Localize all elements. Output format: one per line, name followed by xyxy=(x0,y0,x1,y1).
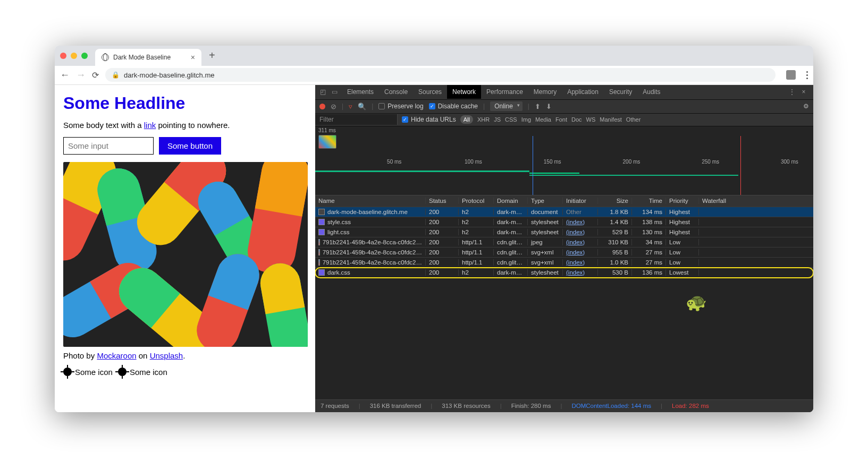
network-row[interactable]: 791b2241-459b-4a2e-8cca-c0fdc2…200http/1… xyxy=(315,248,813,258)
status-resources: 313 KB resources xyxy=(442,403,490,409)
browser-tab[interactable]: Dark Mode Baseline × xyxy=(95,49,201,66)
minimize-window-icon[interactable] xyxy=(71,53,77,59)
chrome-menu-icon[interactable] xyxy=(806,71,808,79)
filter-type-media[interactable]: Media xyxy=(535,116,551,123)
turtle-icon: 🐢 xyxy=(686,292,707,312)
file-type-icon xyxy=(318,229,325,235)
devtools-tab-audits[interactable]: Audits xyxy=(637,85,665,99)
network-toolbar: ⊘ | ▿ 🔍 | Preserve log ✓Disable cache | … xyxy=(315,100,813,114)
back-button[interactable]: ← xyxy=(60,70,70,81)
forward-button[interactable]: → xyxy=(76,70,86,81)
filter-type-manifest[interactable]: Manifest xyxy=(600,116,622,123)
network-timeline[interactable]: 311 ms 50 ms100 ms150 ms200 ms250 ms300 … xyxy=(315,126,813,195)
new-tab-button[interactable]: + xyxy=(209,49,215,62)
network-table-header[interactable]: Name Status Protocol Domain Type Initiat… xyxy=(315,195,813,207)
globe-icon xyxy=(102,54,109,61)
devtools-tab-performance[interactable]: Performance xyxy=(481,85,528,99)
filter-type-js[interactable]: JS xyxy=(494,116,501,123)
tab-title: Dark Mode Baseline xyxy=(113,54,187,61)
devtools-tab-application[interactable]: Application xyxy=(562,85,604,99)
devtools-tab-network[interactable]: Network xyxy=(447,85,481,99)
file-type-icon xyxy=(318,249,320,255)
reload-button[interactable]: ⟳ xyxy=(92,70,99,80)
status-requests: 7 requests xyxy=(321,403,349,409)
inspect-icon[interactable]: ◰ xyxy=(318,88,327,96)
window-controls xyxy=(60,53,88,59)
filter-type-ws[interactable]: WS xyxy=(586,116,596,123)
status-load: Load: 282 ms xyxy=(672,403,709,409)
file-type-icon xyxy=(318,209,325,215)
bulb-icon xyxy=(118,368,127,376)
chrome-tab-strip: Dark Mode Baseline × + xyxy=(55,46,813,66)
filter-type-font[interactable]: Font xyxy=(555,116,567,123)
filter-input[interactable]: Filter xyxy=(315,114,398,125)
devtools-menu-icon[interactable]: ⋮ xyxy=(788,88,796,96)
page-body: Some body text with a link pointing to n… xyxy=(63,121,307,130)
file-type-icon xyxy=(318,269,325,276)
filter-type-doc[interactable]: Doc xyxy=(571,116,582,123)
filmstrip-thumb xyxy=(318,135,336,149)
browser-window: Dark Mode Baseline × + ← → ⟳ 🔒 dark-mode… xyxy=(55,46,813,412)
devtools-panel: ◰ ▭ ElementsConsoleSourcesNetworkPerform… xyxy=(315,85,813,412)
devtools-tab-elements[interactable]: Elements xyxy=(342,85,379,99)
address-bar[interactable]: 🔒 dark-mode-baseline.glitch.me xyxy=(105,68,776,82)
network-row[interactable]: dark-mode-baseline.glitch.me200h2dark-mo… xyxy=(315,207,813,217)
hide-data-urls-checkbox[interactable]: ✓Hide data URLs xyxy=(402,116,456,123)
lock-icon: 🔒 xyxy=(112,71,120,79)
devtools-tab-console[interactable]: Console xyxy=(379,85,413,99)
timeline-total: 311 ms xyxy=(318,127,336,133)
disable-cache-checkbox[interactable]: ✓Disable cache xyxy=(429,103,478,110)
site-link[interactable]: Unsplash xyxy=(150,351,183,360)
close-tab-icon[interactable]: × xyxy=(191,53,195,62)
file-type-icon xyxy=(318,259,320,266)
image-caption: Photo by Mockaroon on Unsplash. xyxy=(63,351,307,360)
demo-button[interactable]: Some button xyxy=(159,137,221,155)
bulb-icon xyxy=(63,368,72,376)
settings-gear-icon[interactable]: ⚙ xyxy=(803,103,809,110)
page-headline: Some Headline xyxy=(63,93,307,113)
network-filter-bar: Filter ✓Hide data URLs AllXHRJSCSSImgMed… xyxy=(315,114,813,126)
devtools-tab-strip: ◰ ▭ ElementsConsoleSourcesNetworkPerform… xyxy=(315,85,813,100)
upload-icon[interactable]: ⬆ xyxy=(535,103,541,110)
download-icon[interactable]: ⬇ xyxy=(546,103,552,110)
icons-row: Some icon Some icon xyxy=(63,368,307,377)
network-row[interactable]: light.css200h2dark-mo…stylesheet(index)5… xyxy=(315,227,813,237)
network-row[interactable]: dark.css200h2dark-mo…stylesheet(index)53… xyxy=(315,268,813,278)
clear-icon[interactable]: ⊘ xyxy=(331,103,336,110)
filter-type-img[interactable]: Img xyxy=(521,116,531,123)
filter-type-other[interactable]: Other xyxy=(626,116,641,123)
devtools-tab-sources[interactable]: Sources xyxy=(413,85,447,99)
status-dcl: DOMContentLoaded: 144 ms xyxy=(571,403,651,409)
devtools-close-icon[interactable]: × xyxy=(799,88,808,96)
status-transferred: 316 KB transferred xyxy=(370,403,422,409)
throttle-select[interactable]: Online xyxy=(490,101,523,111)
maximize-window-icon[interactable] xyxy=(81,53,88,59)
file-type-icon xyxy=(318,239,320,245)
address-bar-row: ← → ⟳ 🔒 dark-mode-baseline.glitch.me xyxy=(55,66,813,85)
device-toggle-icon[interactable]: ▭ xyxy=(330,88,339,96)
filter-type-all[interactable]: All xyxy=(460,115,473,124)
devtools-tab-memory[interactable]: Memory xyxy=(528,85,562,99)
hero-image xyxy=(63,162,308,347)
network-row[interactable]: 791b2241-459b-4a2e-8cca-c0fdc2…200http/1… xyxy=(315,237,813,248)
dcl-marker xyxy=(533,136,533,195)
preserve-log-checkbox[interactable]: Preserve log xyxy=(378,103,423,110)
filter-type-xhr[interactable]: XHR xyxy=(477,116,490,123)
load-marker xyxy=(740,136,741,195)
demo-input[interactable] xyxy=(63,137,154,155)
filter-toggle-icon[interactable]: ▿ xyxy=(349,103,352,110)
filter-type-css[interactable]: CSS xyxy=(505,116,517,123)
close-window-icon[interactable] xyxy=(60,53,66,59)
extension-icon[interactable] xyxy=(786,70,796,80)
status-finish: Finish: 280 ms xyxy=(511,403,551,409)
body-link[interactable]: link xyxy=(144,121,156,130)
author-link[interactable]: Mockaroon xyxy=(97,351,136,360)
record-icon[interactable] xyxy=(319,104,325,109)
network-status-bar: 7 requests | 316 KB transferred | 313 KB… xyxy=(315,399,813,412)
url-text: dark-mode-baseline.glitch.me xyxy=(124,71,215,79)
devtools-tab-security[interactable]: Security xyxy=(604,85,637,99)
file-type-icon xyxy=(318,219,325,225)
network-row[interactable]: style.css200h2dark-mo…stylesheet(index)1… xyxy=(315,217,813,227)
search-icon[interactable]: 🔍 xyxy=(358,103,366,110)
network-row[interactable]: 791b2241-459b-4a2e-8cca-c0fdc2…200http/1… xyxy=(315,258,813,268)
